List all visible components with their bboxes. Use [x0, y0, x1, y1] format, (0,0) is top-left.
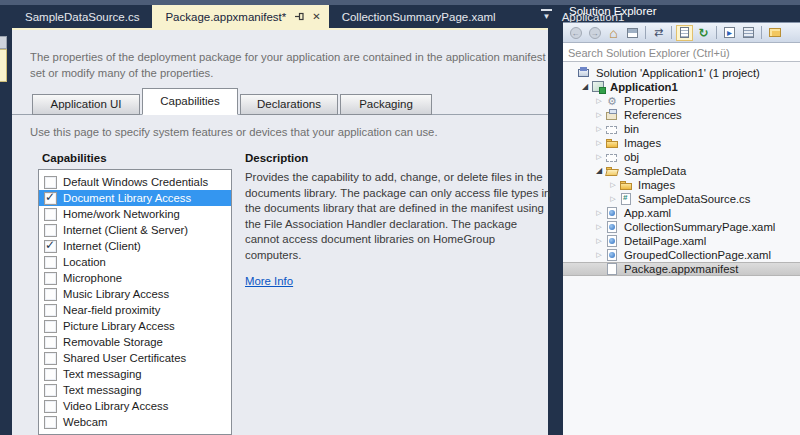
folder-dashed-icon	[605, 150, 620, 164]
capabilities-instruction: Use this page to specify system features…	[30, 126, 438, 138]
capability-label: Webcam	[63, 416, 107, 428]
properties-icon[interactable]	[740, 25, 757, 41]
expander-collapsed-icon[interactable]: ▷	[607, 178, 619, 192]
tree-item-obj[interactable]: ▷obj	[563, 150, 800, 164]
expander-expanded-icon[interactable]: ◢	[579, 80, 591, 94]
expander-collapsed-icon[interactable]: ▷	[593, 122, 605, 136]
capability-row[interactable]: Near-field proximity	[39, 302, 231, 318]
expander-collapsed-icon[interactable]: ▷	[607, 192, 619, 206]
show-all-files-icon[interactable]	[676, 25, 693, 41]
capability-label: Picture Library Access	[63, 320, 175, 332]
tree-item-images[interactable]: ▷Images	[563, 136, 800, 150]
expander-collapsed-icon[interactable]: ▷	[593, 136, 605, 150]
expander-collapsed-icon[interactable]: ▷	[593, 206, 605, 220]
capability-row[interactable]: Location	[39, 254, 231, 270]
capability-row[interactable]: Home/work Networking	[39, 206, 231, 222]
expander-expanded-icon[interactable]: ◢	[593, 164, 605, 178]
pin-icon[interactable]	[295, 11, 305, 23]
checkbox-checked-icon[interactable]	[44, 192, 57, 205]
tree-item-label: Solution 'Application1' (1 project)	[596, 67, 760, 79]
tree-item-properties[interactable]: ▷Properties	[563, 94, 800, 108]
checkbox-icon[interactable]	[44, 288, 57, 301]
tree-item-application1[interactable]: ◢Application1	[563, 80, 800, 94]
capability-row[interactable]: Text messaging	[39, 382, 231, 398]
capability-row[interactable]: Text messaging	[39, 366, 231, 382]
home-icon[interactable]	[605, 25, 622, 41]
capability-row[interactable]: Webcam	[39, 414, 231, 430]
checkbox-icon[interactable]	[44, 304, 57, 317]
tree-item-references[interactable]: ▷References	[563, 108, 800, 122]
checkbox-icon[interactable]	[44, 272, 57, 285]
capabilities-header: Capabilities	[42, 152, 107, 164]
checkbox-icon[interactable]	[44, 416, 57, 429]
view-code-icon[interactable]	[721, 25, 738, 41]
chevron-down-icon[interactable]: ▼	[541, 9, 552, 21]
tab-capabilities[interactable]: Capabilities	[142, 88, 238, 115]
back-icon[interactable]	[567, 25, 584, 41]
capability-row[interactable]: Document Library Access	[39, 190, 231, 206]
capability-row[interactable]: Shared User Certificates	[39, 350, 231, 366]
capability-row[interactable]: Removable Storage	[39, 334, 231, 350]
tree-item-label: DetailPage.xaml	[624, 235, 706, 247]
more-info-link[interactable]: More Info	[245, 275, 293, 287]
expander-collapsed-icon[interactable]: ▷	[593, 108, 605, 122]
checkbox-icon[interactable]	[44, 208, 57, 221]
doc-tab[interactable]: CollectionSummaryPage.xaml	[329, 5, 509, 28]
checkbox-icon[interactable]	[44, 176, 57, 189]
checkbox-icon[interactable]	[44, 368, 57, 381]
capability-row[interactable]: Music Library Access	[39, 286, 231, 302]
expander-collapsed-icon[interactable]: ▷	[593, 220, 605, 234]
references-icon	[605, 108, 620, 122]
tree-item-sampledatasource-cs[interactable]: ▷SampleDataSource.cs	[563, 192, 800, 206]
tree-item-solution-application1-1-project[interactable]: Solution 'Application1' (1 project)	[563, 66, 800, 80]
tab-declarations[interactable]: Declarations	[240, 94, 338, 115]
sync-with-active-document-icon[interactable]	[650, 25, 667, 41]
expander-collapsed-icon[interactable]: ▷	[593, 248, 605, 262]
capability-row[interactable]: Default Windows Credentials	[39, 174, 231, 190]
manifest-page-tabs: Application UICapabilitiesDeclarationsPa…	[32, 88, 434, 115]
expander-collapsed-icon[interactable]: ▷	[593, 150, 605, 164]
checkbox-icon[interactable]	[44, 320, 57, 333]
capability-row[interactable]: Video Library Access	[39, 398, 231, 414]
autohide-panel-tab-edge-active[interactable]	[0, 49, 7, 82]
tree-item-groupedcollectionpage-xaml[interactable]: ▷GroupedCollectionPage.xaml	[563, 248, 800, 262]
checkbox-icon[interactable]	[44, 400, 57, 413]
tree-item-images[interactable]: ▷Images	[563, 178, 800, 192]
tree-item-label: App.xaml	[624, 207, 671, 219]
tree-item-app-xaml[interactable]: ▷App.xaml	[563, 206, 800, 220]
tree-item-package-appxmanifest[interactable]: Package.appxmanifest	[563, 262, 800, 276]
tab-packaging[interactable]: Packaging	[340, 94, 432, 115]
capability-row[interactable]: Picture Library Access	[39, 318, 231, 334]
forward-icon[interactable]	[586, 25, 603, 41]
capability-row[interactable]: Microphone	[39, 270, 231, 286]
checkbox-icon[interactable]	[44, 224, 57, 237]
file-cs-icon	[619, 192, 634, 206]
tree-item-label: SampleData	[624, 165, 686, 177]
capability-row[interactable]: Internet (Client & Server)	[39, 222, 231, 238]
expander-collapsed-icon[interactable]: ▷	[593, 94, 605, 108]
tab-application-ui[interactable]: Application UI	[32, 94, 140, 115]
checkbox-icon[interactable]	[44, 256, 57, 269]
capability-label: Shared User Certificates	[63, 352, 186, 364]
capability-row[interactable]: Internet (Client)	[39, 238, 231, 254]
checkbox-icon[interactable]	[44, 336, 57, 349]
search-input[interactable]	[563, 43, 800, 62]
doc-tab[interactable]: Package.appxmanifest*✕	[152, 5, 328, 28]
tree-item-collectionsummarypage-xaml[interactable]: ▷CollectionSummaryPage.xaml	[563, 220, 800, 234]
expander-collapsed-icon[interactable]: ▷	[593, 234, 605, 248]
checkbox-icon[interactable]	[44, 384, 57, 397]
tree-item-bin[interactable]: ▷bin	[563, 122, 800, 136]
file-xaml-icon	[605, 220, 620, 234]
checkbox-checked-icon[interactable]	[44, 240, 57, 253]
autohide-panel-tab-edge[interactable]	[0, 36, 7, 49]
collapse-all-icon[interactable]	[624, 25, 641, 41]
checkbox-icon[interactable]	[44, 352, 57, 365]
solution-tree: Solution 'Application1' (1 project)◢Appl…	[563, 62, 800, 435]
doc-tab[interactable]: SampleDataSource.cs	[12, 5, 152, 28]
tree-item-detailpage-xaml[interactable]: ▷DetailPage.xaml	[563, 234, 800, 248]
close-icon[interactable]: ✕	[312, 12, 320, 22]
description-panel: Provides the capability to add, change, …	[245, 170, 554, 289]
refresh-icon[interactable]	[695, 25, 712, 41]
tree-item-sampledata[interactable]: ◢SampleData	[563, 164, 800, 178]
preview-selected-items-icon[interactable]	[766, 25, 783, 41]
